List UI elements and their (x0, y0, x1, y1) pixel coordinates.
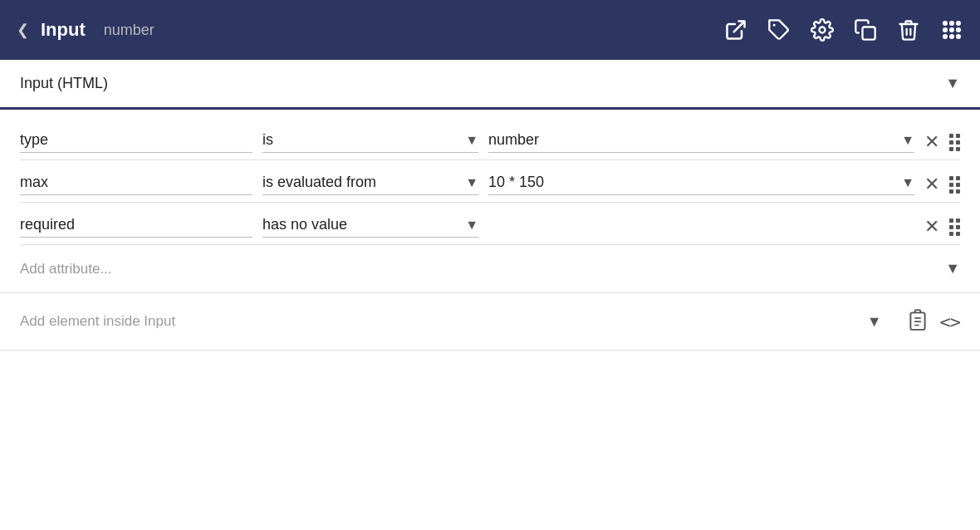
gear-icon[interactable] (811, 18, 834, 42)
attribute-row: max is evaluated from ▼ 10 * 150 ▼ ✕ (20, 160, 960, 203)
add-attribute-row[interactable]: Add attribute... ▼ (0, 245, 980, 293)
add-element-text: Add element inside Input (20, 313, 867, 330)
add-element-row[interactable]: Add element inside Input ▼ <> (0, 293, 980, 351)
attr-operator-chevron-required: ▼ (465, 218, 478, 233)
attr-operator-text-required: has no value (262, 216, 458, 233)
trash-icon[interactable] (897, 18, 920, 42)
app-container: ❮ Input number (0, 0, 980, 530)
code-icon[interactable]: <> (940, 312, 961, 332)
svg-point-1 (820, 27, 826, 33)
add-attribute-chevron: ▼ (945, 260, 960, 277)
attr-name-max: max (20, 174, 252, 195)
attr-actions-required: ✕ (924, 218, 960, 236)
attr-value-chevron-type: ▼ (901, 133, 914, 148)
content: Input (HTML) ▼ type is ▼ number ▼ ✕ (0, 60, 980, 530)
attr-operator-text-type: is (262, 131, 458, 149)
tag-icon[interactable] (767, 18, 791, 42)
section-chevron: ▼ (945, 75, 960, 92)
header-icons (724, 18, 963, 42)
attr-operator-type[interactable]: is ▼ (262, 131, 478, 153)
header-title: Input (41, 19, 86, 41)
attr-value-text-type: number (488, 131, 894, 149)
attribute-row: type is ▼ number ▼ ✕ (20, 118, 960, 160)
attr-actions-max: ✕ (924, 175, 960, 194)
attr-operator-required[interactable]: has no value ▼ (262, 216, 478, 238)
attr-value-type[interactable]: number ▼ (488, 131, 914, 153)
attr-operator-max[interactable]: is evaluated from ▼ (262, 174, 478, 195)
attr-name-type: type (20, 131, 252, 153)
section-header[interactable]: Input (HTML) ▼ (0, 60, 980, 110)
add-attribute-text: Add attribute... (20, 261, 945, 277)
attribute-row: required has no value ▼ ✕ (20, 203, 960, 245)
collapse-chevron[interactable]: ❮ (17, 21, 29, 39)
clipboard-icon[interactable] (907, 308, 929, 335)
attributes-area: type is ▼ number ▼ ✕ (0, 110, 980, 245)
svg-rect-2 (863, 27, 875, 40)
drag-max-handle[interactable] (949, 176, 960, 194)
remove-required-button[interactable]: ✕ (924, 218, 939, 236)
header-subtitle: number (104, 22, 154, 39)
attr-value-chevron-max: ▼ (901, 175, 914, 190)
remove-type-button[interactable]: ✕ (924, 133, 939, 151)
attr-actions-type: ✕ (924, 133, 960, 151)
add-element-icons: ▼ <> (867, 308, 960, 335)
section-title: Input (HTML) (20, 75, 945, 92)
external-link-icon[interactable] (724, 18, 747, 42)
drag-required-handle[interactable] (949, 218, 960, 236)
attr-name-required: required (20, 216, 252, 238)
more-icon[interactable] (940, 18, 963, 42)
attr-operator-chevron-type: ▼ (465, 133, 478, 148)
attr-operator-chevron-max: ▼ (465, 175, 478, 190)
remove-max-button[interactable]: ✕ (924, 175, 939, 194)
attr-value-text-max: 10 * 150 (488, 174, 894, 191)
attr-operator-text-max: is evaluated from (262, 174, 458, 191)
copy-icon[interactable] (854, 18, 877, 42)
drag-type-handle[interactable] (949, 134, 960, 151)
add-element-chevron: ▼ (867, 313, 882, 331)
header: ❮ Input number (0, 0, 980, 60)
attr-value-max[interactable]: 10 * 150 ▼ (488, 174, 914, 195)
